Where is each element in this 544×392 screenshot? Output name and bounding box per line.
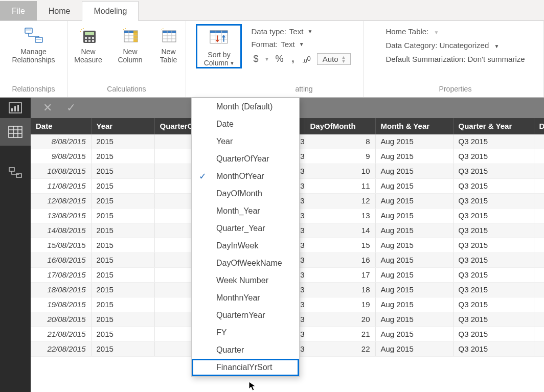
cell-date[interactable]: 21/08/2015 xyxy=(31,327,91,342)
cell-monthyear[interactable]: Aug 2015 xyxy=(375,134,453,149)
cell-date[interactable]: 20/08/2015 xyxy=(31,312,91,327)
col-header-year[interactable]: Year xyxy=(91,118,154,134)
cell-monthyear[interactable]: Aug 2015 xyxy=(375,342,453,357)
cell-dayofmonth[interactable]: 19 xyxy=(305,297,375,312)
cell-year[interactable]: 2015 xyxy=(91,149,154,164)
cell-quarter[interactable] xyxy=(154,297,195,312)
cell-year[interactable]: 2015 xyxy=(91,179,154,194)
cell-year[interactable]: 2015 xyxy=(91,342,154,357)
cell-quarteryear[interactable]: Q3 2015 xyxy=(453,297,534,312)
cell-dayofmonth[interactable]: 10 xyxy=(305,164,375,179)
cancel-formula-icon[interactable]: ✕ xyxy=(43,101,52,114)
cell-cutoff[interactable] xyxy=(534,149,544,164)
cell-quarter[interactable] xyxy=(154,268,195,283)
cell-quarteryear[interactable]: Q3 2015 xyxy=(453,149,534,164)
model-view-button[interactable] xyxy=(0,159,31,187)
cell-date[interactable]: 12/08/2015 xyxy=(31,194,91,209)
cell-monthyear[interactable]: Aug 2015 xyxy=(375,253,453,268)
cell-monthyear[interactable]: Aug 2015 xyxy=(375,312,453,327)
sort-menu-item[interactable]: FY xyxy=(192,324,299,341)
manage-relationships-button[interactable]: ManageRelationships xyxy=(6,24,62,64)
col-header-date[interactable]: Date xyxy=(31,118,91,134)
cell-cutoff[interactable] xyxy=(534,134,544,149)
cell-year[interactable]: 2015 xyxy=(91,297,154,312)
cell-year[interactable]: 2015 xyxy=(91,209,154,223)
cell-cutoff[interactable] xyxy=(534,209,544,223)
cell-year[interactable]: 2015 xyxy=(91,327,154,342)
cell-year[interactable]: 2015 xyxy=(91,134,154,149)
cell-date[interactable]: 15/08/2015 xyxy=(31,238,91,253)
cell-monthyear[interactable]: Aug 2015 xyxy=(375,223,453,238)
cell-quarteryear[interactable]: Q3 2015 xyxy=(453,194,534,209)
data-category-dropdown[interactable]: Data Category: Uncategorized ▼ xyxy=(386,41,525,50)
sort-menu-item[interactable]: MonthnYear xyxy=(192,289,299,307)
cell-quarter[interactable] xyxy=(154,283,195,297)
cell-year[interactable]: 2015 xyxy=(91,194,154,209)
cell-year[interactable]: 2015 xyxy=(91,268,154,283)
cell-quarter[interactable] xyxy=(154,164,195,179)
currency-button[interactable]: $ xyxy=(251,53,260,65)
cell-monthyear[interactable]: Aug 2015 xyxy=(375,297,453,312)
cell-cutoff[interactable] xyxy=(534,194,544,209)
cell-monthyear[interactable]: Aug 2015 xyxy=(375,149,453,164)
cell-year[interactable]: 2015 xyxy=(91,164,154,179)
sort-menu-item[interactable]: DayOfWeekName xyxy=(192,255,299,272)
col-header-dayofmonth[interactable]: DayOfMonth xyxy=(305,118,375,134)
cell-cutoff[interactable] xyxy=(534,253,544,268)
cell-cutoff[interactable] xyxy=(534,297,544,312)
sort-menu-item[interactable]: FinancialYrSort xyxy=(192,359,299,376)
sort-menu-item[interactable]: Week Number xyxy=(192,272,299,289)
cell-monthyear[interactable]: Aug 2015 xyxy=(375,327,453,342)
cell-quarteryear[interactable]: Q3 2015 xyxy=(453,209,534,223)
accept-formula-icon[interactable]: ✓ xyxy=(66,101,76,114)
thousands-separator-button[interactable]: , xyxy=(289,53,296,65)
home-table-dropdown[interactable]: Home Table: ▼ xyxy=(386,27,525,36)
col-header-cutoff[interactable]: D xyxy=(534,118,544,134)
cell-monthyear[interactable]: Aug 2015 xyxy=(375,268,453,283)
cell-quarter[interactable] xyxy=(154,312,195,327)
col-header-quarteryear[interactable]: Quarter & Year xyxy=(453,118,534,134)
cell-year[interactable]: 2015 xyxy=(91,312,154,327)
cell-monthyear[interactable]: Aug 2015 xyxy=(375,238,453,253)
tab-home[interactable]: Home xyxy=(37,1,82,20)
cell-dayofmonth[interactable]: 17 xyxy=(305,268,375,283)
sort-menu-item[interactable]: Month_Year xyxy=(192,202,299,220)
cell-cutoff[interactable] xyxy=(534,238,544,253)
cell-dayofmonth[interactable]: 18 xyxy=(305,283,375,297)
cell-dayofmonth[interactable]: 14 xyxy=(305,223,375,238)
tab-file[interactable]: File xyxy=(0,1,37,20)
decimal-auto-stepper[interactable]: Auto ▲▼ xyxy=(317,53,351,65)
cell-quarteryear[interactable]: Q3 2015 xyxy=(453,327,534,342)
cell-date[interactable]: 22/08/2015 xyxy=(31,342,91,357)
cell-quarter[interactable] xyxy=(154,342,195,357)
cell-quarter[interactable] xyxy=(154,327,195,342)
cell-quarteryear[interactable]: Q3 2015 xyxy=(453,268,534,283)
cell-quarteryear[interactable]: Q3 2015 xyxy=(453,312,534,327)
cell-quarteryear[interactable]: Q3 2015 xyxy=(453,164,534,179)
cell-date[interactable]: 8/08/2015 xyxy=(31,134,91,149)
decimal-places-button[interactable]: .0.000 xyxy=(300,54,312,65)
sort-menu-item[interactable]: Month (Default) xyxy=(192,98,299,116)
cell-dayofmonth[interactable]: 16 xyxy=(305,253,375,268)
cell-quarter[interactable] xyxy=(154,194,195,209)
cell-cutoff[interactable] xyxy=(534,312,544,327)
cell-monthyear[interactable]: Aug 2015 xyxy=(375,209,453,223)
sort-menu-item[interactable]: DayInWeek xyxy=(192,237,299,255)
cell-cutoff[interactable] xyxy=(534,268,544,283)
cell-quarteryear[interactable]: Q3 2015 xyxy=(453,134,534,149)
cell-cutoff[interactable] xyxy=(534,283,544,297)
data-view-button[interactable] xyxy=(0,118,31,146)
cell-dayofmonth[interactable]: 22 xyxy=(305,342,375,357)
cell-monthyear[interactable]: Aug 2015 xyxy=(375,194,453,209)
cell-quarteryear[interactable]: Q3 2015 xyxy=(453,179,534,194)
cell-dayofmonth[interactable]: 9 xyxy=(305,149,375,164)
cell-dayofmonth[interactable]: 21 xyxy=(305,327,375,342)
cell-quarter[interactable] xyxy=(154,209,195,223)
cell-date[interactable]: 14/08/2015 xyxy=(31,223,91,238)
percent-button[interactable]: % xyxy=(273,53,285,65)
cell-date[interactable]: 11/08/2015 xyxy=(31,179,91,194)
cell-quarter[interactable] xyxy=(154,149,195,164)
formula-input[interactable] xyxy=(92,98,544,118)
cell-year[interactable]: 2015 xyxy=(91,223,154,238)
cell-date[interactable]: 13/08/2015 xyxy=(31,209,91,223)
